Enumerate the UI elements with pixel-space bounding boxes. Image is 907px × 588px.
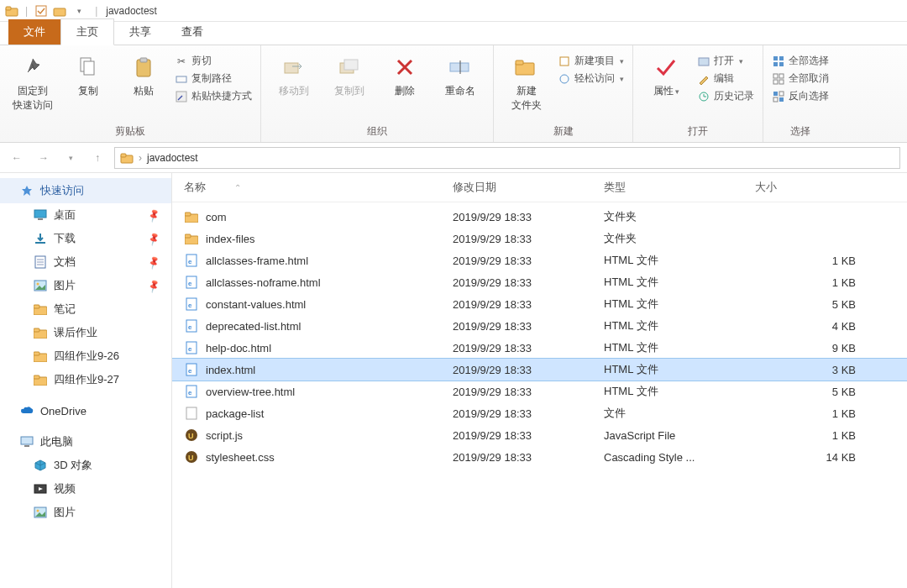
file-row[interactable]: eallclasses-noframe.html 2019/9/29 18:33… — [172, 271, 907, 293]
move-to-button[interactable]: 移动到 — [270, 50, 318, 98]
sidebar-item-label: 桌面 — [54, 207, 76, 223]
easy-access-button[interactable]: 轻松访问 — [558, 71, 624, 86]
properties-button[interactable]: 属性 — [642, 50, 690, 98]
new-folder-button[interactable]: 新建 文件夹 — [502, 50, 551, 113]
sidebar-item[interactable]: 四组作业9-27 — [0, 368, 171, 391]
delete-button[interactable]: 删除 — [380, 50, 429, 98]
tab-home[interactable]: 主页 — [60, 18, 114, 45]
file-row[interactable]: eindex.html 2019/9/29 18:33 HTML 文件 3 KB — [172, 359, 907, 381]
nav-up-button[interactable]: ↑ — [87, 148, 107, 168]
invert-icon — [772, 90, 785, 103]
nav-recent-dropdown[interactable]: ▾ — [60, 148, 81, 168]
tab-share[interactable]: 共享 — [114, 19, 166, 45]
sidebar-quick-access[interactable]: 快速访问 — [0, 178, 171, 203]
file-name: constant-values.html — [206, 298, 306, 311]
file-name: stylesheet.css — [206, 451, 275, 464]
breadcrumb-item[interactable]: javadoctest — [147, 152, 198, 164]
file-name: com — [206, 211, 227, 223]
file-row[interactable]: Ustylesheet.css 2019/9/29 18:33 Cascadin… — [172, 446, 907, 468]
copy-to-button[interactable]: 复制到 — [325, 50, 374, 98]
qat-check-icon[interactable] — [33, 3, 50, 19]
svg-rect-53 — [24, 445, 29, 447]
sidebar-item[interactable]: 视频 — [0, 477, 171, 501]
col-size[interactable]: 大小 — [755, 180, 889, 195]
file-row[interactable]: eoverview-tree.html 2019/9/29 18:33 HTML… — [172, 381, 907, 402]
rename-button[interactable]: 重命名 — [436, 50, 485, 98]
file-pane: 名称⌃ 修改日期 类型 大小 com 2019/9/29 18:33 文件夹 i… — [172, 173, 907, 588]
pin-to-quick-access-button[interactable]: 固定到 快速访问 — [8, 50, 57, 113]
address-bar[interactable]: › javadoctest — [114, 147, 900, 169]
paste-shortcut-button[interactable]: 粘贴快捷方式 — [175, 89, 252, 103]
copy-button[interactable]: 复制 — [64, 50, 113, 98]
html-icon: e — [184, 253, 199, 268]
sidebar-item-label: 笔记 — [54, 302, 76, 317]
title-separator: | — [95, 5, 97, 17]
cloud-icon — [20, 404, 34, 417]
folder-icon — [34, 349, 47, 363]
doc-icon — [34, 255, 47, 269]
col-name[interactable]: 名称⌃ — [184, 180, 453, 195]
col-date[interactable]: 修改日期 — [453, 180, 604, 195]
edit-button[interactable]: 编辑 — [697, 71, 754, 86]
copy-path-button[interactable]: 复制路径 — [175, 71, 252, 86]
qat-folder2-icon[interactable] — [51, 3, 68, 19]
pic-icon — [34, 279, 47, 292]
sidebar-item[interactable]: 图片 — [0, 501, 171, 524]
sidebar-this-pc[interactable]: 此电脑 — [0, 430, 171, 454]
sidebar-item[interactable]: 四组作业9-26 — [0, 344, 171, 368]
file-size: 1 KB — [755, 429, 889, 442]
group-open: 属性 打开 编辑 历史记录 打开 — [633, 45, 763, 142]
sidebar-item[interactable]: 图片📌 — [0, 274, 171, 297]
selectall-icon — [772, 55, 785, 68]
svg-rect-21 — [773, 56, 778, 60]
tab-file[interactable]: 文件 — [8, 19, 60, 45]
tab-view[interactable]: 查看 — [166, 19, 218, 45]
file-row[interactable]: edeprecated-list.html 2019/9/29 18:33 HT… — [172, 315, 907, 337]
sidebar-item[interactable]: 3D 对象 — [0, 454, 171, 477]
file-size: 1 KB — [755, 255, 889, 267]
file-row[interactable]: index-files 2019/9/29 18:33 文件夹 — [172, 228, 907, 249]
file-name: overview-tree.html — [206, 386, 295, 398]
file-date: 2019/9/29 18:33 — [453, 233, 604, 245]
sidebar-item[interactable]: 下载📌 — [0, 227, 171, 250]
file-row[interactable]: eallclasses-frame.html 2019/9/29 18:33 H… — [172, 249, 907, 271]
file-row[interactable]: Uscript.js 2019/9/29 18:33 JavaScript Fi… — [172, 424, 907, 446]
file-name: deprecated-list.html — [206, 320, 301, 333]
file-row[interactable]: econstant-values.html 2019/9/29 18:33 HT… — [172, 293, 907, 315]
invert-selection-button[interactable]: 反向选择 — [772, 89, 829, 103]
star-icon — [20, 184, 34, 197]
paste-button[interactable]: 粘贴 — [119, 50, 168, 98]
new-item-button[interactable]: 新建项目 — [558, 54, 624, 68]
file-row[interactable]: ehelp-doc.html 2019/9/29 18:33 HTML 文件 9… — [172, 337, 907, 359]
file-size: 4 KB — [755, 320, 889, 333]
qat-folder-icon[interactable] — [3, 3, 20, 19]
col-type[interactable]: 类型 — [604, 180, 755, 195]
svg-rect-75 — [186, 407, 197, 419]
sidebar-onedrive[interactable]: OneDrive — [0, 400, 171, 422]
sidebar-item[interactable]: 桌面📌 — [0, 203, 171, 227]
nav-forward-button[interactable]: → — [34, 148, 54, 168]
open-button[interactable]: 打开 — [697, 54, 754, 68]
file-name: allclasses-noframe.html — [206, 276, 321, 289]
file-type: 文件夹 — [604, 231, 755, 246]
pic-icon — [34, 506, 47, 519]
sidebar-item[interactable]: 课后作业 — [0, 321, 171, 344]
qat-dropdown-icon[interactable] — [70, 3, 87, 19]
sidebar-item[interactable]: 文档📌 — [0, 250, 171, 274]
svg-text:e: e — [188, 302, 192, 309]
nav-back-button[interactable]: ← — [7, 148, 27, 168]
history-button[interactable]: 历史记录 — [697, 89, 754, 103]
select-all-button[interactable]: 全部选择 — [772, 54, 829, 68]
file-row[interactable]: com 2019/9/29 18:33 文件夹 — [172, 206, 907, 228]
svg-rect-30 — [779, 92, 784, 96]
sidebar-item-label: 视频 — [54, 481, 76, 496]
select-none-button[interactable]: 全部取消 — [772, 71, 829, 86]
cut-button[interactable]: ✂剪切 — [175, 54, 252, 68]
svg-rect-37 — [35, 242, 45, 244]
file-row[interactable]: package-list 2019/9/29 18:33 文件 1 KB — [172, 402, 907, 424]
sidebar-item[interactable]: 笔记 — [0, 297, 171, 321]
rename-icon — [447, 54, 474, 81]
svg-rect-23 — [773, 62, 778, 66]
new-folder-icon — [513, 54, 540, 81]
svg-text:e: e — [188, 389, 192, 396]
